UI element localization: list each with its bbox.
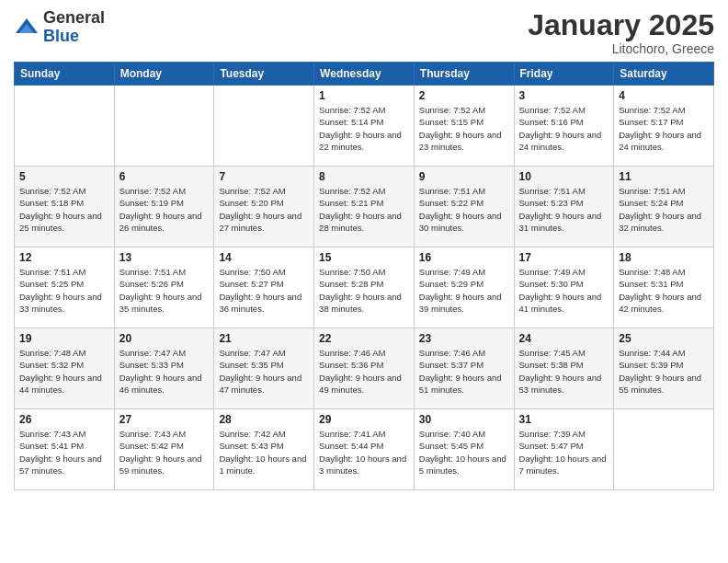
cell-1-1: 6Sunrise: 7:52 AMSunset: 5:19 PMDaylight… <box>114 167 214 247</box>
day-info-0-6: Sunrise: 7:52 AMSunset: 5:17 PMDaylight:… <box>619 104 709 153</box>
day-info-0-5: Sunrise: 7:52 AMSunset: 5:16 PMDaylight:… <box>519 104 609 153</box>
col-saturday: Saturday <box>614 63 714 86</box>
day-info-0-3: Sunrise: 7:52 AMSunset: 5:14 PMDaylight:… <box>319 104 409 153</box>
calendar-header-row: Sunday Monday Tuesday Wednesday Thursday… <box>15 63 714 86</box>
day-info-3-5: Sunrise: 7:45 AMSunset: 5:38 PMDaylight:… <box>519 347 609 396</box>
cell-0-2 <box>214 86 314 167</box>
day-info-3-1: Sunrise: 7:47 AMSunset: 5:33 PMDaylight:… <box>119 347 210 396</box>
month-title: January 2025 <box>528 9 714 41</box>
cell-2-5: 17Sunrise: 7:49 AMSunset: 5:30 PMDayligh… <box>514 247 614 328</box>
cell-0-5: 3Sunrise: 7:52 AMSunset: 5:16 PMDaylight… <box>514 86 614 167</box>
day-number-4-0: 26 <box>19 413 109 426</box>
cell-0-4: 2Sunrise: 7:52 AMSunset: 5:15 PMDaylight… <box>414 86 514 167</box>
day-number-0-5: 3 <box>519 89 609 102</box>
location: Litochoro, Greece <box>528 41 714 56</box>
day-number-2-6: 18 <box>619 251 709 264</box>
day-number-3-3: 22 <box>319 332 409 345</box>
day-number-3-4: 23 <box>419 332 509 345</box>
day-info-3-6: Sunrise: 7:44 AMSunset: 5:39 PMDaylight:… <box>619 347 709 396</box>
day-number-4-4: 30 <box>419 413 509 426</box>
logo-general-text: General <box>43 9 105 28</box>
day-number-4-3: 29 <box>319 413 409 426</box>
day-info-1-0: Sunrise: 7:52 AMSunset: 5:18 PMDaylight:… <box>19 185 109 234</box>
cell-1-5: 10Sunrise: 7:51 AMSunset: 5:23 PMDayligh… <box>514 167 614 247</box>
col-thursday: Thursday <box>414 63 514 86</box>
day-number-0-6: 4 <box>619 89 709 102</box>
cell-2-6: 18Sunrise: 7:48 AMSunset: 5:31 PMDayligh… <box>614 247 714 328</box>
cell-0-0 <box>15 86 115 167</box>
day-number-3-5: 24 <box>519 332 609 345</box>
col-sunday: Sunday <box>15 63 115 86</box>
day-number-1-3: 8 <box>319 170 409 183</box>
cell-0-1 <box>114 86 214 167</box>
cell-4-3: 29Sunrise: 7:41 AMSunset: 5:44 PMDayligh… <box>314 409 415 490</box>
cell-4-5: 31Sunrise: 7:39 AMSunset: 5:47 PMDayligh… <box>514 409 614 490</box>
header: General Blue January 2025 Litochoro, Gre… <box>14 9 714 56</box>
week-row-3: 19Sunrise: 7:48 AMSunset: 5:32 PMDayligh… <box>15 328 714 409</box>
day-info-2-4: Sunrise: 7:49 AMSunset: 5:29 PMDaylight:… <box>419 266 509 315</box>
day-number-4-2: 28 <box>219 413 309 426</box>
day-info-4-2: Sunrise: 7:42 AMSunset: 5:43 PMDaylight:… <box>219 428 309 477</box>
day-number-0-4: 2 <box>419 89 509 102</box>
day-info-2-6: Sunrise: 7:48 AMSunset: 5:31 PMDaylight:… <box>619 266 709 315</box>
cell-1-6: 11Sunrise: 7:51 AMSunset: 5:24 PMDayligh… <box>614 167 714 247</box>
cell-3-4: 23Sunrise: 7:46 AMSunset: 5:37 PMDayligh… <box>414 328 514 409</box>
cell-2-1: 13Sunrise: 7:51 AMSunset: 5:26 PMDayligh… <box>114 247 214 328</box>
day-number-2-2: 14 <box>219 251 309 264</box>
day-info-1-2: Sunrise: 7:52 AMSunset: 5:20 PMDaylight:… <box>219 185 309 234</box>
day-number-2-1: 13 <box>119 251 210 264</box>
day-number-3-6: 25 <box>619 332 709 345</box>
col-tuesday: Tuesday <box>214 63 314 86</box>
week-row-0: 1Sunrise: 7:52 AMSunset: 5:14 PMDaylight… <box>15 86 714 167</box>
day-info-1-4: Sunrise: 7:51 AMSunset: 5:22 PMDaylight:… <box>419 185 509 234</box>
cell-3-6: 25Sunrise: 7:44 AMSunset: 5:39 PMDayligh… <box>614 328 714 409</box>
cell-1-2: 7Sunrise: 7:52 AMSunset: 5:20 PMDaylight… <box>214 167 314 247</box>
day-info-1-1: Sunrise: 7:52 AMSunset: 5:19 PMDaylight:… <box>119 185 210 234</box>
day-info-3-0: Sunrise: 7:48 AMSunset: 5:32 PMDaylight:… <box>19 347 109 396</box>
cell-2-0: 12Sunrise: 7:51 AMSunset: 5:25 PMDayligh… <box>15 247 115 328</box>
day-number-1-1: 6 <box>119 170 210 183</box>
day-info-4-3: Sunrise: 7:41 AMSunset: 5:44 PMDaylight:… <box>319 428 409 477</box>
day-number-4-5: 31 <box>519 413 609 426</box>
day-number-1-6: 11 <box>619 170 709 183</box>
cell-3-3: 22Sunrise: 7:46 AMSunset: 5:36 PMDayligh… <box>314 328 415 409</box>
day-info-2-5: Sunrise: 7:49 AMSunset: 5:30 PMDaylight:… <box>519 266 609 315</box>
logo-icon <box>14 15 40 40</box>
day-info-2-3: Sunrise: 7:50 AMSunset: 5:28 PMDaylight:… <box>319 266 409 315</box>
week-row-1: 5Sunrise: 7:52 AMSunset: 5:18 PMDaylight… <box>15 167 714 247</box>
cell-3-0: 19Sunrise: 7:48 AMSunset: 5:32 PMDayligh… <box>15 328 115 409</box>
cell-4-0: 26Sunrise: 7:43 AMSunset: 5:41 PMDayligh… <box>15 409 115 490</box>
day-info-4-1: Sunrise: 7:43 AMSunset: 5:42 PMDaylight:… <box>119 428 210 477</box>
cell-4-6 <box>614 409 714 490</box>
title-block: January 2025 Litochoro, Greece <box>528 9 714 56</box>
calendar-table: Sunday Monday Tuesday Wednesday Thursday… <box>14 62 714 490</box>
cell-1-3: 8Sunrise: 7:52 AMSunset: 5:21 PMDaylight… <box>314 167 415 247</box>
day-info-1-6: Sunrise: 7:51 AMSunset: 5:24 PMDaylight:… <box>619 185 709 234</box>
day-number-2-5: 17 <box>519 251 609 264</box>
day-info-2-0: Sunrise: 7:51 AMSunset: 5:25 PMDaylight:… <box>19 266 109 315</box>
logo-text: General Blue <box>43 9 105 46</box>
col-wednesday: Wednesday <box>314 63 415 86</box>
week-row-4: 26Sunrise: 7:43 AMSunset: 5:41 PMDayligh… <box>15 409 714 490</box>
day-number-2-0: 12 <box>19 251 109 264</box>
cell-0-3: 1Sunrise: 7:52 AMSunset: 5:14 PMDaylight… <box>314 86 415 167</box>
day-number-3-2: 21 <box>219 332 309 345</box>
cell-2-4: 16Sunrise: 7:49 AMSunset: 5:29 PMDayligh… <box>414 247 514 328</box>
page: General Blue January 2025 Litochoro, Gre… <box>0 0 728 563</box>
day-number-1-0: 5 <box>19 170 109 183</box>
cell-4-1: 27Sunrise: 7:43 AMSunset: 5:42 PMDayligh… <box>114 409 214 490</box>
day-number-0-3: 1 <box>319 89 409 102</box>
col-monday: Monday <box>114 63 214 86</box>
day-info-4-5: Sunrise: 7:39 AMSunset: 5:47 PMDaylight:… <box>519 428 609 477</box>
cell-1-4: 9Sunrise: 7:51 AMSunset: 5:22 PMDaylight… <box>414 167 514 247</box>
cell-1-0: 5Sunrise: 7:52 AMSunset: 5:18 PMDaylight… <box>15 167 115 247</box>
day-info-3-2: Sunrise: 7:47 AMSunset: 5:35 PMDaylight:… <box>219 347 309 396</box>
day-number-2-3: 15 <box>319 251 409 264</box>
day-number-2-4: 16 <box>419 251 509 264</box>
col-friday: Friday <box>514 63 614 86</box>
day-info-2-1: Sunrise: 7:51 AMSunset: 5:26 PMDaylight:… <box>119 266 210 315</box>
cell-4-4: 30Sunrise: 7:40 AMSunset: 5:45 PMDayligh… <box>414 409 514 490</box>
cell-3-2: 21Sunrise: 7:47 AMSunset: 5:35 PMDayligh… <box>214 328 314 409</box>
week-row-2: 12Sunrise: 7:51 AMSunset: 5:25 PMDayligh… <box>15 247 714 328</box>
day-number-4-1: 27 <box>119 413 210 426</box>
